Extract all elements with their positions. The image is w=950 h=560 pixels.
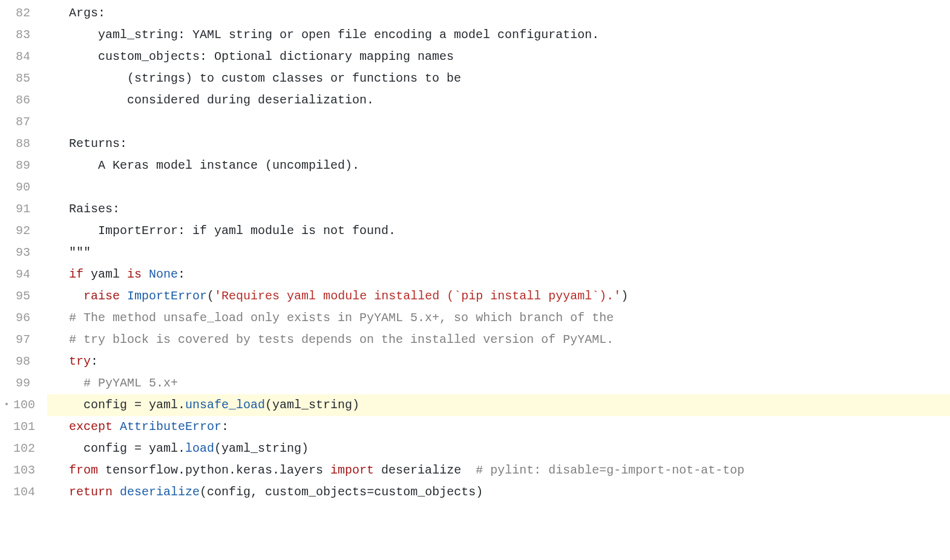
code-line[interactable]: •100 config = yaml.unsafe_load(yaml_stri… bbox=[0, 394, 950, 416]
code-token: is bbox=[127, 267, 142, 281]
line-content[interactable]: try: bbox=[47, 351, 950, 373]
line-content[interactable]: Args: bbox=[47, 2, 950, 24]
line-content[interactable]: ImportError: if yaml module is not found… bbox=[47, 220, 950, 242]
line-number[interactable]: 85 bbox=[13, 68, 47, 90]
code-token: load bbox=[185, 441, 214, 455]
code-line[interactable]: 89 A Keras model instance (uncompiled). bbox=[0, 155, 950, 177]
code-token: (strings) to custom classes or functions… bbox=[54, 71, 461, 85]
line-content[interactable]: Returns: bbox=[47, 133, 950, 155]
line-number[interactable]: 104 bbox=[13, 481, 47, 503]
code-line[interactable]: 92 ImportError: if yaml module is not fo… bbox=[0, 220, 950, 242]
line-number[interactable]: 90 bbox=[13, 177, 47, 198]
line-content[interactable]: """ bbox=[47, 242, 950, 264]
code-token: yaml. bbox=[142, 441, 185, 455]
code-token: try bbox=[69, 354, 91, 368]
code-line[interactable]: 101 except AttributeError: bbox=[0, 416, 950, 438]
code-line[interactable]: 93 """ bbox=[0, 242, 950, 264]
code-line[interactable]: 82 Args: bbox=[0, 2, 950, 24]
line-content[interactable]: if yaml is None: bbox=[47, 264, 950, 285]
line-number[interactable]: 96 bbox=[13, 307, 47, 329]
line-content[interactable]: config = yaml.unsafe_load(yaml_string) bbox=[47, 394, 950, 416]
code-line[interactable]: 88 Returns: bbox=[0, 133, 950, 155]
code-line[interactable]: 97 # try block is covered by tests depen… bbox=[0, 329, 950, 351]
line-number[interactable]: 91 bbox=[13, 198, 47, 220]
code-token: : bbox=[178, 267, 185, 281]
code-line[interactable]: 96 # The method unsafe_load only exists … bbox=[0, 307, 950, 329]
line-number[interactable]: 103 bbox=[13, 460, 47, 481]
code-token bbox=[54, 311, 69, 325]
line-number[interactable]: 94 bbox=[13, 264, 47, 285]
code-token: unsafe_load bbox=[185, 398, 265, 412]
code-token bbox=[54, 485, 69, 499]
code-line[interactable]: 103 from tensorflow.python.keras.layers … bbox=[0, 460, 950, 481]
code-token: considered during deserialization. bbox=[54, 93, 374, 107]
code-token bbox=[54, 420, 69, 434]
line-content[interactable]: raise ImportError('Requires yaml module … bbox=[47, 285, 950, 307]
code-line[interactable]: 87 bbox=[0, 111, 950, 133]
line-number[interactable]: 100 bbox=[13, 394, 47, 416]
line-number[interactable]: 84 bbox=[13, 46, 47, 68]
line-marker bbox=[0, 133, 13, 155]
code-line[interactable]: 104 return deserialize(config, custom_ob… bbox=[0, 481, 950, 503]
code-line[interactable]: 85 (strings) to custom classes or functi… bbox=[0, 68, 950, 90]
code-line[interactable]: 95 raise ImportError('Requires yaml modu… bbox=[0, 285, 950, 307]
line-number[interactable]: 98 bbox=[13, 351, 47, 373]
line-number[interactable]: 82 bbox=[13, 2, 47, 24]
code-line[interactable]: 90 bbox=[0, 177, 950, 198]
code-token: # The method unsafe_load only exists in … bbox=[69, 311, 614, 325]
line-marker bbox=[0, 177, 13, 198]
code-token: # pylint: disable=g-import-not-at-top bbox=[476, 463, 744, 477]
code-line[interactable]: 86 considered during deserialization. bbox=[0, 90, 950, 111]
line-number[interactable]: 93 bbox=[13, 242, 47, 264]
code-line[interactable]: 83 yaml_string: YAML string or open file… bbox=[0, 24, 950, 46]
code-token bbox=[113, 485, 120, 499]
line-content[interactable]: custom_objects: Optional dictionary mapp… bbox=[47, 46, 950, 68]
line-number[interactable]: 92 bbox=[13, 220, 47, 242]
line-number[interactable]: 97 bbox=[13, 329, 47, 351]
line-content[interactable]: # PyYAML 5.x+ bbox=[47, 373, 950, 394]
line-content[interactable]: # try block is covered by tests depends … bbox=[47, 329, 950, 351]
code-token bbox=[54, 289, 84, 303]
code-token: custom_objects: Optional dictionary mapp… bbox=[54, 50, 454, 63]
line-marker bbox=[0, 264, 13, 285]
line-number[interactable]: 101 bbox=[13, 416, 47, 438]
line-number[interactable]: 83 bbox=[13, 24, 47, 46]
line-content[interactable]: except AttributeError: bbox=[47, 416, 950, 438]
line-marker bbox=[0, 198, 13, 220]
line-number[interactable]: 102 bbox=[13, 438, 47, 460]
line-number[interactable]: 95 bbox=[13, 285, 47, 307]
line-marker bbox=[0, 24, 13, 46]
line-number[interactable]: 99 bbox=[13, 373, 47, 394]
line-content[interactable]: return deserialize(config, custom_object… bbox=[47, 481, 950, 503]
code-line[interactable]: 102 config = yaml.load(yaml_string) bbox=[0, 438, 950, 460]
code-token: None bbox=[149, 267, 178, 281]
line-number[interactable]: 87 bbox=[13, 111, 47, 133]
code-token: yaml_string: YAML string or open file en… bbox=[54, 28, 599, 42]
line-marker: • bbox=[0, 394, 13, 416]
code-line[interactable]: 84 custom_objects: Optional dictionary m… bbox=[0, 46, 950, 68]
code-line[interactable]: 99 # PyYAML 5.x+ bbox=[0, 373, 950, 394]
line-marker bbox=[0, 242, 13, 264]
line-content[interactable]: (strings) to custom classes or functions… bbox=[47, 68, 950, 90]
line-number[interactable]: 88 bbox=[13, 133, 47, 155]
code-line[interactable]: 91 Raises: bbox=[0, 198, 950, 220]
line-content[interactable]: config = yaml.load(yaml_string) bbox=[47, 438, 950, 460]
code-token: ImportError: if yaml module is not found… bbox=[54, 224, 396, 238]
line-number[interactable]: 89 bbox=[13, 155, 47, 177]
line-content[interactable]: A Keras model instance (uncompiled). bbox=[47, 155, 950, 177]
line-content[interactable] bbox=[47, 111, 950, 133]
line-content[interactable]: # The method unsafe_load only exists in … bbox=[47, 307, 950, 329]
line-number[interactable]: 86 bbox=[13, 90, 47, 111]
line-content[interactable]: from tensorflow.python.keras.layers impo… bbox=[47, 460, 950, 481]
line-content[interactable]: Raises: bbox=[47, 198, 950, 220]
line-marker bbox=[0, 220, 13, 242]
code-token: # PyYAML 5.x+ bbox=[84, 376, 178, 390]
code-token: from bbox=[69, 463, 98, 477]
code-line[interactable]: 98 try: bbox=[0, 351, 950, 373]
line-content[interactable]: considered during deserialization. bbox=[47, 90, 950, 111]
line-marker bbox=[0, 351, 13, 373]
line-content[interactable]: yaml_string: YAML string or open file en… bbox=[47, 24, 950, 46]
code-line[interactable]: 94 if yaml is None: bbox=[0, 264, 950, 285]
code-token: config bbox=[54, 398, 134, 412]
line-content[interactable] bbox=[47, 177, 950, 198]
